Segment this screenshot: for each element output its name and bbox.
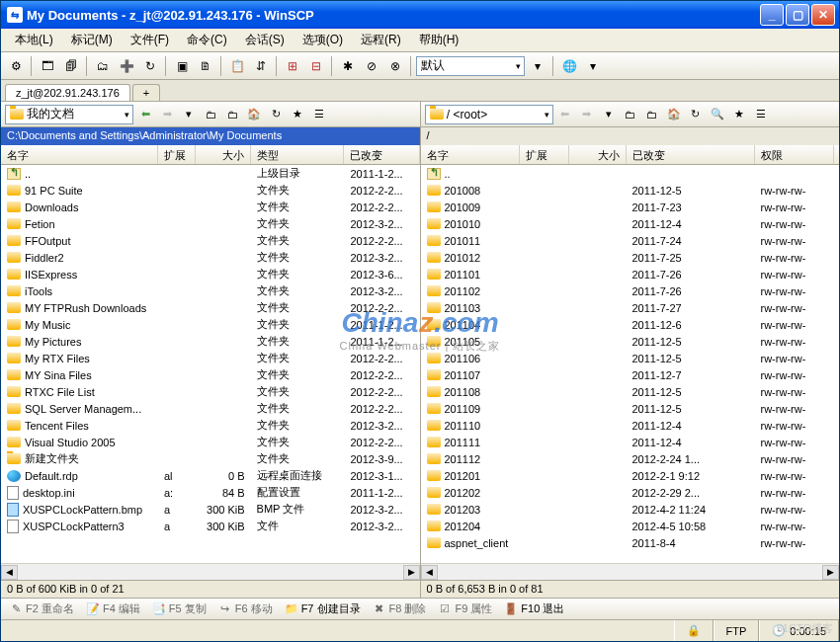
table-row[interactable]: My RTX Files文件夹2012-2-2... — [1, 350, 420, 366]
table-row[interactable]: MY FTPRush Downloads文件夹2012-2-2... — [1, 299, 420, 316]
dropdown-icon[interactable]: ▾ — [582, 55, 604, 77]
scroll-left-icon[interactable]: ◀ — [421, 565, 438, 580]
scroll-right-icon[interactable]: ▶ — [822, 565, 839, 580]
f6-move[interactable]: ↪F6 移动 — [218, 602, 273, 616]
table-row[interactable]: ..上级目录2011-1-2... — [1, 165, 420, 182]
table-row[interactable]: 2011072011-12-7rw-rw-rw- — [421, 366, 840, 383]
table-row[interactable]: 2011012011-7-26rw-rw-rw- — [421, 266, 840, 282]
menu-item[interactable]: 本地(L) — [7, 30, 61, 50]
menu-item[interactable]: 文件(F) — [123, 30, 177, 50]
local-file-list[interactable]: ..上级目录2011-1-2...91 PC Suite文件夹2012-2-2.… — [1, 165, 420, 563]
f10-exit[interactable]: 🚪F10 退出 — [504, 602, 564, 616]
globe-icon[interactable]: 🌐 — [558, 55, 580, 77]
table-row[interactable]: 2011092011-12-5rw-rw-rw- — [421, 400, 840, 417]
local-home-icon[interactable]: 🏠 — [244, 105, 264, 124]
find-icon[interactable]: ⊘ — [361, 55, 382, 77]
local-back-icon[interactable]: ⬅ — [135, 105, 155, 124]
sync-icon[interactable]: 🗐 — [60, 55, 82, 77]
local-root-icon[interactable]: 🗀 — [222, 105, 242, 124]
remote-dir-select[interactable]: / <root> — [425, 105, 553, 124]
table-row[interactable]: XUSPCLockPattern.bmpa300 KiBBMP 文件2012-3… — [1, 501, 420, 518]
table-row[interactable]: 2011082011-12-5rw-rw-rw- — [421, 383, 840, 400]
table-row[interactable]: 2011102011-12-4rw-rw-rw- — [421, 417, 840, 434]
minimize-button[interactable]: _ — [760, 4, 784, 26]
table-row[interactable]: 2011022011-7-26rw-rw-rw- — [421, 282, 840, 299]
table-row[interactable]: RTXC File List文件夹2012-2-2... — [1, 383, 420, 400]
table-row[interactable]: Tencent Files文件夹2012-3-2... — [1, 417, 420, 434]
remote-up-icon[interactable]: 🗀 — [621, 105, 640, 124]
table-row[interactable]: 2011122012-2-24 1...rw-rw-rw- — [421, 450, 840, 467]
table-row[interactable]: 91 PC Suite文件夹2012-2-2... — [1, 182, 420, 199]
explorer-icon[interactable]: 🗎 — [195, 55, 216, 77]
remote-hscroll[interactable]: ◀ ▶ — [421, 563, 840, 580]
scroll-left-icon[interactable]: ◀ — [1, 565, 18, 580]
terminal-icon[interactable]: ▣ — [171, 55, 193, 77]
table-row[interactable]: IISExpress文件夹2012-3-6... — [1, 266, 420, 282]
local-up-icon[interactable]: 🗀 — [201, 105, 220, 124]
filter-icon[interactable]: ✱ — [337, 55, 359, 77]
menu-item[interactable]: 远程(R) — [353, 30, 409, 50]
table-row[interactable]: FFOutput文件夹2012-2-2... — [1, 232, 420, 249]
remote-tree-icon[interactable]: ☰ — [751, 105, 771, 124]
add-icon[interactable]: ⊞ — [282, 55, 303, 77]
menu-item[interactable]: 选项(O) — [294, 30, 351, 50]
table-row[interactable]: 2010122011-7-25rw-rw-rw- — [421, 249, 840, 266]
preset-config-icon[interactable]: ▾ — [527, 55, 548, 77]
table-row[interactable]: My Music文件夹2011-1-2... — [1, 316, 420, 333]
remote-root-icon[interactable]: 🗀 — [642, 105, 662, 124]
new-session-icon[interactable]: ➕ — [116, 55, 137, 77]
compare-icon[interactable]: ⊗ — [384, 55, 406, 77]
table-row[interactable]: desktop.inia:84 B配置设置2011-1-2... — [1, 484, 420, 501]
local-bookmark-icon[interactable]: ★ — [288, 105, 307, 124]
local-refresh-icon[interactable]: ↻ — [266, 105, 286, 124]
table-row[interactable]: .. — [421, 165, 840, 182]
session-tab-active[interactable]: z_jt@202.91.243.176 — [5, 84, 130, 101]
local-tree-icon[interactable]: ☰ — [309, 105, 329, 124]
menu-item[interactable]: 会话(S) — [237, 30, 293, 50]
remote-fwd-icon[interactable]: ➡ — [577, 105, 597, 124]
settings-icon[interactable]: ⚙ — [5, 55, 27, 77]
close-button[interactable]: ✕ — [811, 4, 835, 26]
table-row[interactable]: XUSPCLockPattern3a300 KiB文件2012-3-2... — [1, 518, 420, 534]
queue-icon[interactable]: 📋 — [226, 55, 248, 77]
menu-item[interactable]: 帮助(H) — [411, 30, 467, 50]
scroll-right-icon[interactable]: ▶ — [403, 565, 420, 580]
remote-bookmark-icon[interactable]: ★ — [729, 105, 749, 124]
remote-find-icon[interactable]: 🔍 — [708, 105, 727, 124]
local-history-icon[interactable]: ▾ — [179, 105, 199, 124]
menu-item[interactable]: 命令(C) — [179, 30, 235, 50]
table-row[interactable]: Downloads文件夹2012-2-2... — [1, 199, 420, 215]
remove-icon[interactable]: ⊟ — [305, 55, 327, 77]
f5-copy[interactable]: 📑F5 复制 — [152, 602, 207, 616]
table-row[interactable]: Fetion文件夹2012-3-2... — [1, 215, 420, 232]
refresh-icon[interactable]: ↻ — [139, 55, 161, 77]
table-row[interactable]: 2010092011-7-23rw-rw-rw- — [421, 199, 840, 215]
new-tab-button[interactable]: + — [132, 84, 160, 101]
session-icon[interactable]: 🗂 — [92, 55, 114, 77]
table-row[interactable]: 2011032011-7-27rw-rw-rw- — [421, 299, 840, 316]
local-hscroll[interactable]: ◀ ▶ — [1, 563, 420, 580]
table-row[interactable]: 2012022012-2-29 2...rw-rw-rw- — [421, 484, 840, 501]
local-fwd-icon[interactable]: ➡ — [157, 105, 177, 124]
table-row[interactable]: 2010112011-7-24rw-rw-rw- — [421, 232, 840, 249]
remote-home-icon[interactable]: 🏠 — [664, 105, 684, 124]
table-row[interactable]: SQL Server Managem...文件夹2012-2-2... — [1, 400, 420, 417]
remote-refresh-icon[interactable]: ↻ — [686, 105, 706, 124]
table-row[interactable]: 2011042011-12-6rw-rw-rw- — [421, 316, 840, 333]
remote-history-icon[interactable]: ▾ — [599, 105, 619, 124]
f4-edit[interactable]: 📝F4 编辑 — [86, 602, 140, 616]
table-row[interactable]: 2012032012-4-2 11:24rw-rw-rw- — [421, 501, 840, 518]
table-row[interactable]: 2010082011-12-5rw-rw-rw- — [421, 182, 840, 199]
table-row[interactable]: 2012012012-2-1 9:12rw-rw-rw- — [421, 467, 840, 484]
table-row[interactable]: Default.rdpal0 B远程桌面连接2012-3-1... — [1, 467, 420, 484]
remote-columns[interactable]: 名字 扩展 大小 已改变 权限 — [421, 145, 840, 165]
remote-back-icon[interactable]: ⬅ — [555, 105, 575, 124]
f7-mkdir[interactable]: 📁F7 创建目录 — [285, 602, 361, 616]
table-row[interactable]: 2011112011-12-4rw-rw-rw- — [421, 434, 840, 450]
f9-props[interactable]: ☑F9 属性 — [438, 602, 492, 616]
table-row[interactable]: My Pictures文件夹2011-1-2... — [1, 333, 420, 350]
table-row[interactable]: Visual Studio 2005文件夹2012-2-2... — [1, 434, 420, 450]
f8-delete[interactable]: ✖F8 删除 — [373, 602, 427, 616]
titlebar[interactable]: ⇆ My Documents - z_jt@202.91.243.176 - W… — [1, 1, 839, 29]
f2-rename[interactable]: ✎F2 重命名 — [9, 602, 74, 616]
